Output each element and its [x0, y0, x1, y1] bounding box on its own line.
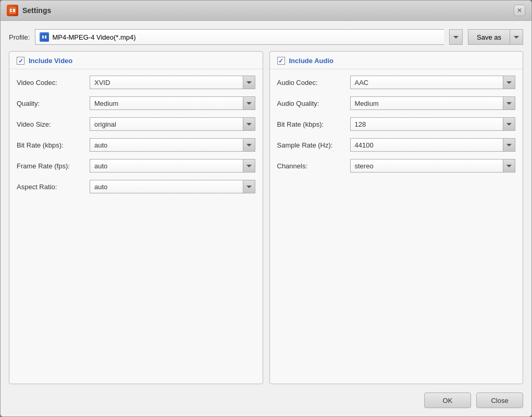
- video-field-label-3: Bit Rate (kbps):: [17, 141, 90, 149]
- audio-field-dropdown-0[interactable]: [503, 76, 515, 89]
- video-field-label-1: Quality:: [17, 100, 90, 107]
- settings-window: Settings ✕ Profile: MP4-MPEG-4 Video(*.m…: [0, 0, 532, 417]
- video-field-label-4: Frame Rate (fps):: [17, 162, 90, 170]
- audio-field-chevron-2-icon: [506, 123, 512, 126]
- profile-select-display[interactable]: MP4-MPEG-4 Video(*.mp4): [35, 29, 444, 45]
- audio-field-value-3[interactable]: 44100: [350, 138, 503, 152]
- video-field-chevron-2-icon: [246, 123, 252, 126]
- close-window-button[interactable]: ✕: [514, 5, 525, 16]
- video-panel-body: Video Codec: XVID Quality: Medium Video …: [9, 69, 263, 200]
- video-panel-title: Include Video: [29, 57, 72, 65]
- ok-button[interactable]: OK: [424, 393, 471, 408]
- video-field-row: Frame Rate (fps): auto: [17, 159, 255, 173]
- audio-field-chevron-0-icon: [506, 81, 512, 84]
- save-as-button[interactable]: Save as: [468, 29, 510, 45]
- audio-field-chevron-4-icon: [506, 165, 512, 167]
- video-field-dropdown-1[interactable]: [243, 96, 255, 110]
- audio-field-dropdown-3[interactable]: [503, 138, 515, 152]
- video-field-chevron-0-icon: [246, 81, 252, 84]
- video-field-select-wrapper-5: auto: [90, 180, 255, 193]
- video-field-value-2[interactable]: original: [90, 117, 243, 131]
- audio-field-dropdown-4[interactable]: [503, 159, 515, 173]
- video-field-value-0[interactable]: XVID: [90, 76, 243, 89]
- audio-field-row: Audio Codec: AAC: [277, 76, 516, 89]
- video-field-dropdown-3[interactable]: [243, 138, 255, 152]
- audio-field-select-wrapper-3: 44100: [350, 138, 516, 152]
- video-field-select-wrapper-3: auto: [90, 138, 255, 152]
- video-field-chevron-4-icon: [246, 165, 252, 167]
- audio-field-row: Bit Rate (kbps): 128: [277, 117, 516, 131]
- audio-field-value-0[interactable]: AAC: [350, 76, 503, 89]
- video-field-select-wrapper-2: original: [90, 117, 255, 131]
- close-button[interactable]: Close: [476, 393, 523, 408]
- video-field-dropdown-5[interactable]: [243, 180, 255, 193]
- video-field-row: Bit Rate (kbps): auto: [17, 138, 255, 152]
- video-checkmark: ✓: [18, 57, 23, 65]
- video-panel-header: ✓ Include Video: [9, 52, 263, 69]
- audio-field-select-wrapper-2: 128: [350, 117, 516, 131]
- profile-format-icon: [40, 32, 49, 42]
- audio-field-value-1[interactable]: Medium: [350, 96, 503, 110]
- video-field-label-5: Aspect Ratio:: [17, 183, 90, 191]
- profile-dropdown-button[interactable]: [449, 29, 463, 45]
- video-field-select-wrapper-4: auto: [90, 159, 255, 173]
- footer-row: OK Close: [9, 390, 523, 408]
- audio-field-label-4: Channels:: [277, 162, 350, 170]
- audio-field-label-2: Bit Rate (kbps):: [277, 120, 350, 128]
- profile-row: Profile: MP4-MPEG-4 Video(*.mp4) Save as: [9, 29, 523, 45]
- include-audio-checkbox[interactable]: ✓: [277, 57, 285, 65]
- profile-value: MP4-MPEG-4 Video(*.mp4): [52, 33, 135, 41]
- audio-panel-title: Include Audio: [289, 57, 333, 65]
- video-field-chevron-1-icon: [246, 102, 252, 105]
- video-field-value-3[interactable]: auto: [90, 138, 243, 152]
- title-bar: Settings ✕: [1, 1, 531, 21]
- svg-rect-4: [41, 34, 47, 40]
- video-field-chevron-3-icon: [246, 144, 252, 146]
- video-field-value-5[interactable]: auto: [90, 180, 243, 193]
- content-area: Profile: MP4-MPEG-4 Video(*.mp4) Save as: [1, 21, 531, 416]
- audio-field-value-2[interactable]: 128: [350, 117, 503, 131]
- audio-field-label-0: Audio Codec:: [277, 79, 350, 87]
- video-field-value-1[interactable]: Medium: [90, 96, 243, 110]
- audio-field-select-wrapper-1: Medium: [350, 96, 516, 110]
- audio-field-dropdown-1[interactable]: [503, 96, 515, 110]
- audio-field-row: Channels: stereo: [277, 159, 516, 173]
- video-field-select-wrapper-0: XVID: [90, 76, 255, 89]
- audio-field-value-4[interactable]: stereo: [350, 159, 503, 173]
- video-field-row: Video Codec: XVID: [17, 76, 255, 89]
- video-panel: ✓ Include Video Video Codec: XVID Qualit…: [9, 51, 263, 384]
- window-title: Settings: [22, 6, 51, 15]
- audio-panel-header: ✓ Include Audio: [270, 52, 523, 69]
- save-as-group: Save as: [468, 29, 523, 45]
- video-field-select-wrapper-1: Medium: [90, 96, 255, 110]
- audio-field-chevron-1-icon: [506, 102, 512, 105]
- video-field-label-0: Video Codec:: [17, 79, 90, 87]
- video-field-dropdown-0[interactable]: [243, 76, 255, 89]
- video-field-dropdown-2[interactable]: [243, 117, 255, 131]
- video-field-value-4[interactable]: auto: [90, 159, 243, 173]
- save-as-dropdown-button[interactable]: [510, 29, 523, 45]
- panels-row: ✓ Include Video Video Codec: XVID Qualit…: [9, 51, 523, 384]
- svg-rect-5: [42, 35, 44, 39]
- audio-panel-body: Audio Codec: AAC Audio Quality: Medium B…: [270, 69, 523, 179]
- audio-field-select-wrapper-0: AAC: [350, 76, 516, 89]
- video-field-dropdown-4[interactable]: [243, 159, 255, 173]
- audio-panel: ✓ Include Audio Audio Codec: AAC Audio Q…: [269, 51, 524, 384]
- video-field-chevron-5-icon: [246, 186, 252, 188]
- profile-chevron-icon: [453, 36, 459, 39]
- audio-field-chevron-3-icon: [506, 144, 512, 146]
- video-field-row: Aspect Ratio: auto: [17, 180, 255, 193]
- svg-rect-2: [13, 9, 15, 12]
- profile-label: Profile:: [9, 33, 30, 41]
- audio-field-dropdown-2[interactable]: [503, 117, 515, 131]
- video-field-row: Video Size: original: [17, 117, 255, 131]
- svg-rect-6: [45, 35, 46, 39]
- audio-checkmark: ✓: [278, 57, 283, 65]
- video-field-row: Quality: Medium: [17, 96, 255, 110]
- app-icon: [7, 5, 18, 16]
- include-video-checkbox[interactable]: ✓: [17, 57, 24, 65]
- save-as-chevron-icon: [514, 36, 519, 39]
- title-bar-left: Settings: [7, 5, 51, 16]
- audio-field-select-wrapper-4: stereo: [350, 159, 516, 173]
- audio-field-row: Audio Quality: Medium: [277, 96, 516, 110]
